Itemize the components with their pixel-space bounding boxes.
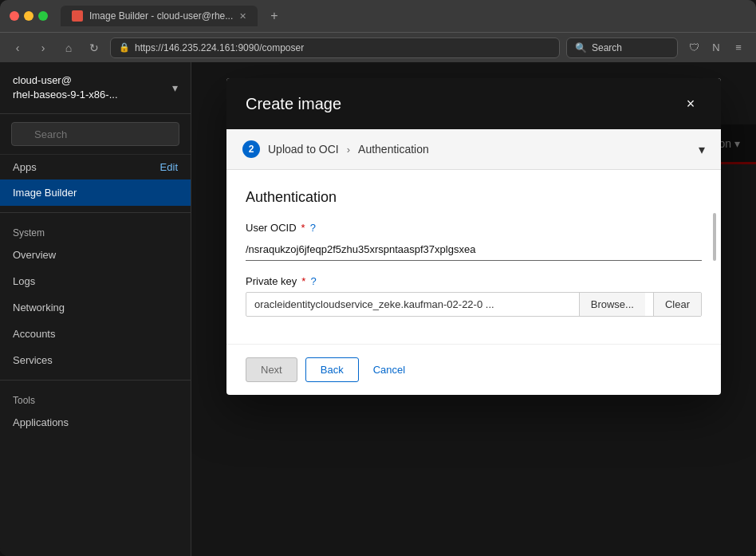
tab-favicon: [72, 10, 83, 22]
back-button-modal[interactable]: Back: [305, 357, 359, 382]
private-key-required-indicator: *: [301, 275, 305, 287]
sidebar-divider: [0, 212, 191, 213]
step-number: 2: [242, 140, 260, 158]
sidebar-item-services[interactable]: Services: [0, 347, 191, 373]
tab-close-button[interactable]: ✕: [239, 11, 246, 22]
toolbar-icons: 🛡 N ≡: [684, 38, 748, 57]
sidebar-item-label: Networking: [13, 302, 65, 313]
sidebar-search-input[interactable]: [11, 122, 179, 146]
sidebar-item-label: Accounts: [13, 328, 55, 340]
step-text-upload: Upload to OCI: [268, 143, 339, 156]
next-button[interactable]: Next: [246, 357, 297, 382]
forward-button[interactable]: ›: [33, 38, 53, 57]
user-ocid-label-text: User OCID: [246, 222, 297, 234]
step-chevron-icon: ›: [347, 144, 350, 156]
home-button[interactable]: ⌂: [59, 38, 78, 57]
browser-titlebar: Image Builder - cloud-user@rhe... ✕ +: [0, 0, 756, 32]
back-button[interactable]: ‹: [8, 38, 27, 57]
modal-header: Create image ×: [226, 78, 721, 129]
apps-edit-link[interactable]: Edit: [160, 161, 178, 173]
search-icon: 🔍: [575, 42, 587, 53]
account-selector[interactable]: cloud-user@ rhel-baseos-9-1-x86-... ▾: [0, 62, 191, 114]
modal-footer: Next Back Cancel: [226, 344, 721, 395]
sidebar-item-label: Overview: [13, 249, 56, 261]
sidebar-divider-2: [0, 380, 191, 381]
modal-overlay: Create image × 2 Upload to OCI › Authent…: [191, 62, 756, 556]
user-ocid-required-indicator: *: [301, 222, 305, 234]
address-bar[interactable]: 🔒 https://146.235.224.161:9090/composer: [110, 37, 560, 58]
address-text: https://146.235.224.161:9090/composer: [135, 42, 304, 53]
user-ocid-input[interactable]: [246, 239, 702, 261]
account-name: cloud-user@ rhel-baseos-9-1-x86-...: [13, 73, 118, 102]
apps-label: Apps: [13, 161, 37, 173]
auth-section: Authentication User OCID * ?: [226, 170, 721, 344]
wizard-collapse-button[interactable]: ▾: [699, 142, 705, 157]
wizard-step-info: 2 Upload to OCI › Authentication: [242, 140, 429, 158]
sidebar-item-label: Image Builder: [13, 187, 77, 199]
extensions-icon[interactable]: N: [707, 38, 726, 57]
sidebar: cloud-user@ rhel-baseos-9-1-x86-... ▾ 🔍 …: [0, 62, 191, 556]
step-text-auth: Authentication: [358, 143, 429, 156]
file-input-row: Browse... Clear: [246, 292, 702, 317]
sidebar-item-logs[interactable]: Logs: [0, 268, 191, 294]
more-icon[interactable]: ≡: [729, 38, 748, 57]
shield-icon[interactable]: 🛡: [684, 38, 703, 57]
sidebar-item-overview[interactable]: Overview: [0, 242, 191, 268]
user-ocid-group: User OCID * ?: [246, 222, 702, 261]
sidebar-item-label: Logs: [13, 275, 35, 287]
modal-title: Create image: [246, 95, 341, 113]
sidebar-item-accounts[interactable]: Accounts: [0, 321, 191, 347]
sidebar-item-applications[interactable]: Applications: [0, 409, 191, 436]
private-key-file-input[interactable]: [246, 293, 571, 316]
browser-tab[interactable]: Image Builder - cloud-user@rhe... ✕: [61, 6, 258, 26]
user-ocid-label-row: User OCID * ?: [246, 222, 702, 234]
sidebar-item-label: Applications: [13, 416, 69, 428]
traffic-lights: [10, 11, 48, 21]
browse-button[interactable]: Browse...: [579, 293, 645, 316]
account-chevron-icon: ▾: [172, 81, 178, 94]
private-key-group: Private key * ? Browse... Clear: [246, 275, 702, 317]
minimize-window-button[interactable]: [24, 11, 33, 21]
apps-section-header: Apps Edit: [0, 155, 191, 179]
auth-section-title: Authentication: [246, 189, 702, 206]
clear-button[interactable]: Clear: [653, 293, 701, 316]
search-placeholder: Search: [592, 42, 622, 53]
wizard-step-bar: 2 Upload to OCI › Authentication ▾: [226, 129, 721, 170]
cancel-button[interactable]: Cancel: [367, 358, 411, 381]
private-key-help-icon[interactable]: ?: [310, 275, 316, 287]
user-ocid-help-icon[interactable]: ?: [310, 222, 316, 234]
browser-window: Image Builder - cloud-user@rhe... ✕ + ‹ …: [0, 0, 756, 556]
scroll-indicator: [713, 213, 716, 261]
sidebar-item-networking[interactable]: Networking: [0, 294, 191, 321]
sidebar-item-label: Services: [13, 354, 53, 366]
reload-button[interactable]: ↻: [85, 38, 104, 57]
sidebar-item-image-builder[interactable]: Image Builder: [0, 179, 191, 206]
sidebar-search-container: 🔍: [0, 114, 191, 155]
browser-search-bar[interactable]: 🔍 Search: [566, 37, 678, 58]
private-key-label-row: Private key * ?: [246, 275, 702, 287]
maximize-window-button[interactable]: [38, 11, 48, 21]
private-key-label-text: Private key: [246, 275, 297, 287]
main-area: Administrative access ? Help ▾ ⚙ Session…: [191, 62, 756, 556]
lock-icon: 🔒: [119, 42, 130, 53]
modal-close-button[interactable]: ×: [679, 93, 702, 115]
app-container: cloud-user@ rhel-baseos-9-1-x86-... ▾ 🔍 …: [0, 62, 756, 556]
tools-section-header: Tools: [0, 387, 191, 409]
system-section-header: System: [0, 219, 191, 242]
tab-title: Image Builder - cloud-user@rhe...: [89, 10, 233, 22]
create-image-modal: Create image × 2 Upload to OCI › Authent…: [226, 78, 721, 395]
close-window-button[interactable]: [10, 11, 19, 21]
new-tab-button[interactable]: +: [264, 9, 284, 23]
browser-toolbar: ‹ › ⌂ ↻ 🔒 https://146.235.224.161:9090/c…: [0, 32, 756, 62]
